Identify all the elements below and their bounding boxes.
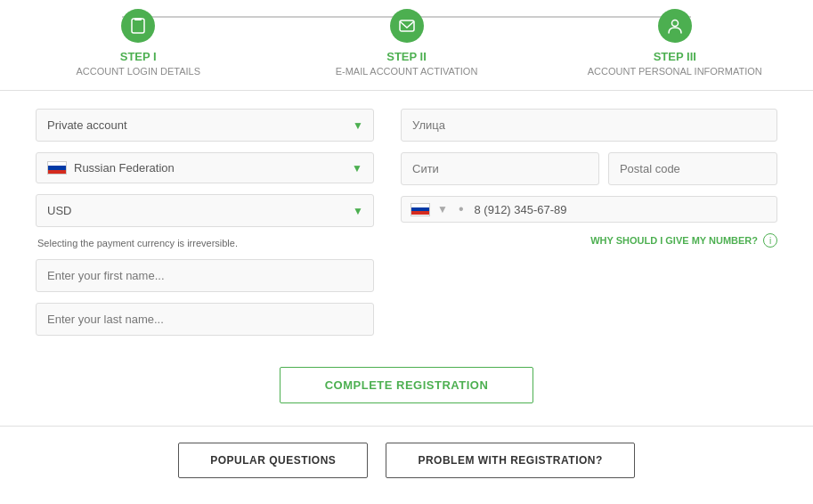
steps-header: STEP I ACCOUNT LOGIN DETAILS STEP II E-M… xyxy=(0,0,813,91)
country-select[interactable]: Russian Federation ▼ xyxy=(36,152,374,183)
phone-separator: ▼ xyxy=(437,203,448,215)
account-type-select[interactable]: Private account Corporate account xyxy=(36,109,374,142)
city-postal-row xyxy=(401,152,777,185)
footer-section: POPULAR QUESTIONS PROBLEM WITH REGISTRAT… xyxy=(0,426,813,494)
svg-point-3 xyxy=(671,20,678,27)
postal-code-input[interactable] xyxy=(608,152,777,185)
phone-flag-icon xyxy=(411,203,430,216)
page-wrapper: STEP I ACCOUNT LOGIN DETAILS STEP II E-M… xyxy=(0,0,813,504)
svg-rect-0 xyxy=(132,19,144,33)
step-1-subtitle: ACCOUNT LOGIN DETAILS xyxy=(76,66,200,77)
phone-dot: • xyxy=(459,201,464,217)
step-3-subtitle: ACCOUNT PERSONAL INFORMATION xyxy=(588,66,762,77)
step-1-circle xyxy=(121,9,155,43)
info-icon[interactable]: i xyxy=(763,233,777,248)
problem-registration-button[interactable]: PROBLEM WITH REGISTRATION? xyxy=(386,443,634,478)
step-2-subtitle: E-MAIL ACCOUNT ACTIVATION xyxy=(336,66,478,77)
step-3-title: STEP III xyxy=(654,50,696,63)
currency-wrapper: USD EUR GBP ▼ xyxy=(36,194,374,227)
street-input[interactable] xyxy=(401,109,777,142)
currency-select[interactable]: USD EUR GBP xyxy=(36,194,374,227)
step-2-circle xyxy=(390,9,424,43)
left-column: Private account Corporate account ▼ Russ… xyxy=(36,109,374,336)
complete-registration-button[interactable]: COMPLETE REGISTRATION xyxy=(280,367,534,403)
right-column: ▼ • WHY SHOULD I GIVE MY NUMBER? i xyxy=(401,109,777,336)
phone-row: ▼ • xyxy=(401,196,777,223)
popular-questions-button[interactable]: POPULAR QUESTIONS xyxy=(178,443,368,478)
currency-warning: Selecting the payment currency is irreve… xyxy=(36,238,374,248)
step-1: STEP I ACCOUNT LOGIN DETAILS xyxy=(4,9,272,77)
step-3-circle xyxy=(658,9,692,43)
svg-rect-1 xyxy=(134,18,142,20)
complete-section: COMPLETE REGISTRATION xyxy=(0,354,813,421)
why-number-row: WHY SHOULD I GIVE MY NUMBER? i xyxy=(401,233,777,248)
first-name-input[interactable] xyxy=(36,259,374,292)
country-value: Russian Federation xyxy=(74,161,175,175)
main-content: Private account Corporate account ▼ Russ… xyxy=(0,91,813,354)
svg-rect-2 xyxy=(400,20,414,31)
account-type-chevron-icon: ▼ xyxy=(353,119,363,132)
phone-input[interactable] xyxy=(475,203,768,216)
step-3: STEP III ACCOUNT PERSONAL INFORMATION xyxy=(541,9,809,77)
currency-chevron-icon: ▼ xyxy=(353,205,363,217)
step-1-title: STEP I xyxy=(120,50,157,63)
step-2-title: STEP II xyxy=(386,50,427,63)
account-type-wrapper: Private account Corporate account ▼ xyxy=(36,109,374,142)
why-number-link[interactable]: WHY SHOULD I GIVE MY NUMBER? xyxy=(590,235,758,246)
step-2: STEP II E-MAIL ACCOUNT ACTIVATION xyxy=(272,9,541,77)
city-input[interactable] xyxy=(401,152,599,185)
russia-flag-icon xyxy=(47,161,67,175)
last-name-input[interactable] xyxy=(36,303,374,336)
country-chevron-icon: ▼ xyxy=(352,162,362,175)
